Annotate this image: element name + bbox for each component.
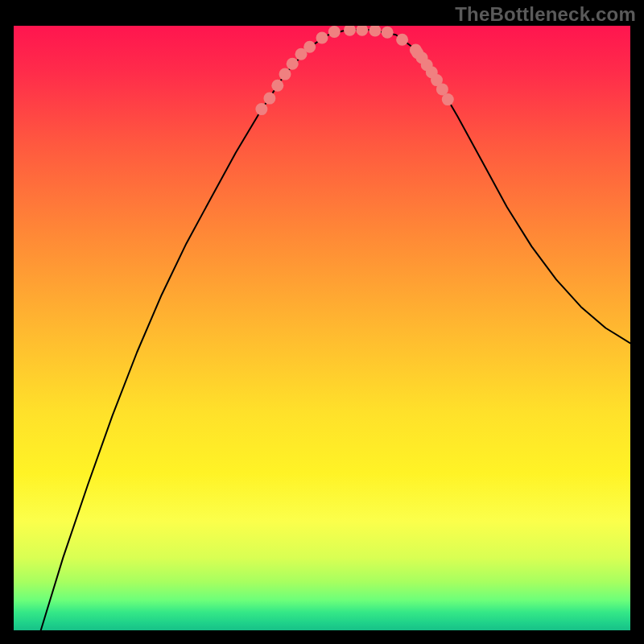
bottleneck-curve [41,30,630,630]
chart-frame: TheBottleneck.com [0,0,644,644]
data-dot [255,103,267,115]
chart-svg [14,26,630,630]
data-dot [328,26,341,38]
data-dot [271,80,283,92]
plot-area [14,26,630,630]
data-dot [316,32,328,44]
data-dot [287,58,299,70]
curve-layer [41,30,630,630]
data-dot [442,93,454,105]
data-dot [382,27,394,39]
data-dot [436,83,448,95]
data-dot [344,26,356,36]
data-dot [263,93,275,105]
watermark-text: TheBottleneck.com [455,3,636,26]
dots-layer [255,26,453,115]
data-dot [356,26,368,36]
data-dot [369,26,381,37]
data-dot [396,34,408,46]
data-dot [303,41,316,53]
data-dot [279,68,291,80]
